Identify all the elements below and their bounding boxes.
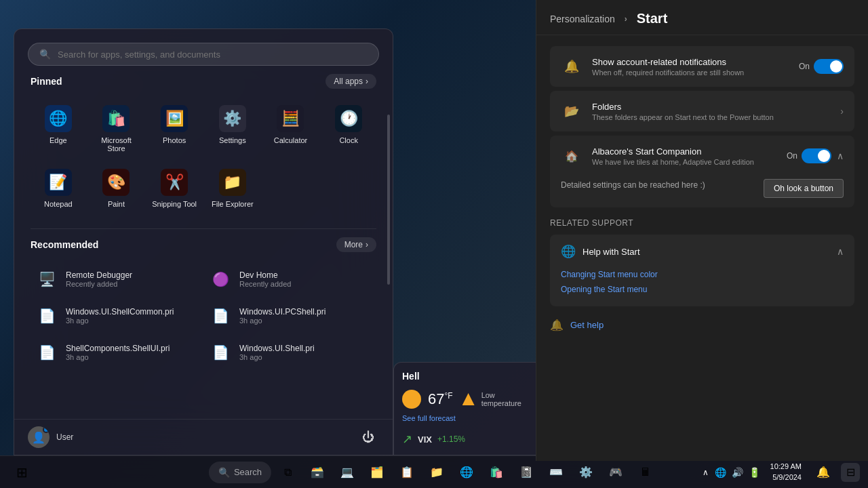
folders-icon: 📂 bbox=[561, 100, 583, 122]
explorer-label: File Explorer bbox=[212, 200, 254, 208]
help-title: Help with Start bbox=[583, 247, 640, 257]
see-forecast-link[interactable]: See full forecast bbox=[402, 414, 534, 422]
related-support-title: Related support bbox=[550, 218, 854, 228]
taskbar-app-settings[interactable]: ⚙️ bbox=[572, 459, 599, 486]
pinned-item-clock[interactable]: 🕐 Clock bbox=[321, 98, 376, 159]
get-help-row[interactable]: 🔔 Get help bbox=[550, 310, 854, 340]
quick-settings-icon[interactable]: ⊟ bbox=[841, 463, 860, 482]
notifications-setting[interactable]: 🔔 Show account-related notifications Whe… bbox=[550, 46, 854, 87]
get-help-text[interactable]: Get help bbox=[570, 320, 604, 330]
weather-condition: Low temperature bbox=[481, 391, 534, 407]
albacore-text: Albacore's Start Companion We have live … bbox=[592, 146, 787, 166]
rec-item-shellcommon[interactable]: 📄 Windows.UI.ShellCommon.pri 3h ago bbox=[31, 298, 203, 333]
help-link-0[interactable]: Changing Start menu color bbox=[561, 267, 844, 282]
start-menu-scrollbar[interactable] bbox=[387, 115, 390, 285]
tray-volume-icon[interactable]: 🔊 bbox=[730, 465, 745, 480]
user-name: User bbox=[56, 432, 73, 442]
help-collapse-icon[interactable]: ∧ bbox=[837, 246, 844, 257]
taskbar-app-mail[interactable]: 🛍️ bbox=[483, 459, 510, 486]
notepad-icon: 📝 bbox=[45, 169, 72, 196]
albacore-detail-desc: Detailed settings can be reached here :) bbox=[561, 180, 705, 190]
tray-network-icon[interactable]: 🌐 bbox=[713, 465, 728, 480]
help-link-1[interactable]: Opening the Start menu bbox=[561, 282, 844, 297]
pinned-item-snipping[interactable]: ✂️ Snipping Tool bbox=[146, 162, 202, 215]
taskbar-search-text: Search bbox=[234, 467, 262, 477]
taskbar-app-game[interactable]: 🎮 bbox=[602, 459, 629, 486]
taskbar-app-widget[interactable]: 🗃️ bbox=[304, 459, 331, 486]
start-button[interactable]: ⊞ bbox=[8, 459, 35, 486]
pinned-grid: 🌐 Edge 🛍️ Microsoft Store 🖼️ Photos ⚙️ S… bbox=[31, 98, 376, 215]
taskbar-app-teams[interactable]: 💻 bbox=[334, 459, 361, 486]
taskbar-app-calc[interactable]: 🖩 bbox=[632, 459, 659, 486]
edge-icon: 🌐 bbox=[45, 105, 72, 132]
notifications-toggle[interactable] bbox=[814, 59, 844, 74]
settings-panel: Personalization › Start 🔔 Show account-r… bbox=[536, 0, 868, 461]
taskbar-app-task-view[interactable]: ⧉ bbox=[274, 459, 301, 486]
taskbar-time: 10:29 AM bbox=[770, 462, 802, 472]
all-apps-button[interactable]: All apps › bbox=[326, 74, 376, 89]
albacore-toggle[interactable] bbox=[802, 148, 831, 163]
remote-debugger-icon: 🖥️ bbox=[36, 268, 58, 290]
more-button[interactable]: More › bbox=[336, 237, 376, 252]
more-chevron-icon: › bbox=[366, 240, 368, 249]
pinned-item-paint[interactable]: 🎨 Paint bbox=[89, 162, 144, 215]
taskbar-app-terminal[interactable]: ⌨️ bbox=[542, 459, 570, 486]
paint-icon: 🎨 bbox=[102, 169, 130, 196]
albacore-toggle-label: On bbox=[787, 151, 797, 161]
all-apps-chevron-icon: › bbox=[366, 77, 368, 86]
pinned-item-photos[interactable]: 🖼️ Photos bbox=[146, 98, 202, 159]
widget-location: Hell bbox=[402, 371, 534, 382]
pinned-item-store[interactable]: 🛍️ Microsoft Store bbox=[89, 98, 144, 159]
folders-setting[interactable]: 📂 Folders These folders appear on Start … bbox=[550, 91, 854, 131]
start-search-bar[interactable]: 🔍 bbox=[28, 43, 379, 66]
power-button[interactable]: ⏻ bbox=[357, 426, 379, 448]
rec-item-pcshell[interactable]: 📄 Windows.UI.PCShell.pri 3h ago bbox=[204, 298, 376, 333]
pinned-title: Pinned bbox=[31, 76, 62, 87]
settings-header: Personalization › Start bbox=[536, 0, 868, 35]
taskbar-app-store[interactable]: 📋 bbox=[393, 459, 420, 486]
pinned-item-notepad[interactable]: 📝 Notepad bbox=[31, 162, 86, 215]
pinned-item-explorer[interactable]: 📁 File Explorer bbox=[205, 162, 260, 215]
taskbar-app-explorer[interactable]: 🗂️ bbox=[363, 459, 391, 486]
rec-pcshell-name: Windows.UI.PCShell.pri bbox=[239, 307, 326, 317]
dev-home-icon: 🟣 bbox=[210, 268, 231, 290]
notifications-icon-taskbar[interactable]: 🔔 bbox=[810, 459, 837, 486]
search-icon: 🔍 bbox=[39, 49, 51, 60]
rec-dev-home-text: Dev Home Recently added bbox=[239, 270, 291, 288]
pinned-item-edge[interactable]: 🌐 Edge bbox=[31, 98, 86, 159]
albacore-header[interactable]: 🏠 Albacore's Start Companion We have liv… bbox=[550, 136, 854, 176]
rec-item-windowsshell[interactable]: 📄 Windows.UI.Shell.pri 3h ago bbox=[204, 335, 376, 370]
taskbar-search[interactable]: 🔍 Search bbox=[209, 462, 271, 483]
taskbar-app-edge[interactable]: 🌐 bbox=[453, 459, 480, 486]
help-row-header[interactable]: 🌐 Help with Start ∧ bbox=[561, 244, 844, 259]
taskbar-right: ∧ 🌐 🔊 🔋 10:29 AM 5/9/2024 🔔 ⊟ bbox=[700, 459, 860, 486]
rec-shellcommon-name: Windows.UI.ShellCommon.pri bbox=[66, 307, 174, 317]
search-input[interactable] bbox=[58, 49, 368, 60]
rec-item-shellcomponents[interactable]: 📄 ShellComponents.ShellUI.pri 3h ago bbox=[31, 335, 203, 370]
store-label: Microsoft Store bbox=[93, 136, 140, 152]
rec-item-dev-home[interactable]: 🟣 Dev Home Recently added bbox=[204, 262, 376, 297]
tray-expand-icon[interactable]: ∧ bbox=[700, 465, 711, 480]
pinned-item-calculator[interactable]: 🧮 Calculator bbox=[263, 98, 319, 159]
rec-shellcomponents-text: ShellComponents.ShellUI.pri 3h ago bbox=[66, 344, 170, 361]
oh-look-button[interactable]: Oh look a button bbox=[764, 179, 844, 198]
user-info[interactable]: 👤 User bbox=[28, 426, 73, 448]
albacore-collapse-icon[interactable]: ∧ bbox=[837, 150, 844, 161]
snipping-label: Snipping Tool bbox=[152, 200, 197, 208]
recommended-title: Recommended bbox=[31, 239, 98, 250]
albacore-content: 🏠 Albacore's Start Companion We have liv… bbox=[561, 145, 787, 167]
tray-battery-icon[interactable]: 🔋 bbox=[747, 465, 762, 480]
breadcrumb: Personalization bbox=[550, 14, 615, 24]
recommended-section: Recommended More › 🖥️ Remote Debugger Re… bbox=[14, 237, 393, 419]
taskbar-app-folder[interactable]: 📁 bbox=[423, 459, 450, 486]
calculator-label: Calculator bbox=[274, 136, 308, 144]
notifications-toggle-label: On bbox=[799, 62, 810, 71]
taskbar-clock[interactable]: 10:29 AM 5/9/2024 bbox=[766, 462, 806, 483]
settings-body: 🔔 Show account-related notifications Whe… bbox=[536, 35, 868, 350]
rec-item-remote-debugger[interactable]: 🖥️ Remote Debugger Recently added bbox=[31, 262, 203, 297]
help-row: 🌐 Help with Start ∧ Changing Start menu … bbox=[550, 235, 854, 306]
rec-pcshell-text: Windows.UI.PCShell.pri 3h ago bbox=[239, 307, 326, 325]
rec-windowsshell-sub: 3h ago bbox=[239, 353, 315, 361]
taskbar-app-notepad[interactable]: 📓 bbox=[513, 459, 540, 486]
pinned-item-settings[interactable]: ⚙️ Settings bbox=[205, 98, 260, 159]
